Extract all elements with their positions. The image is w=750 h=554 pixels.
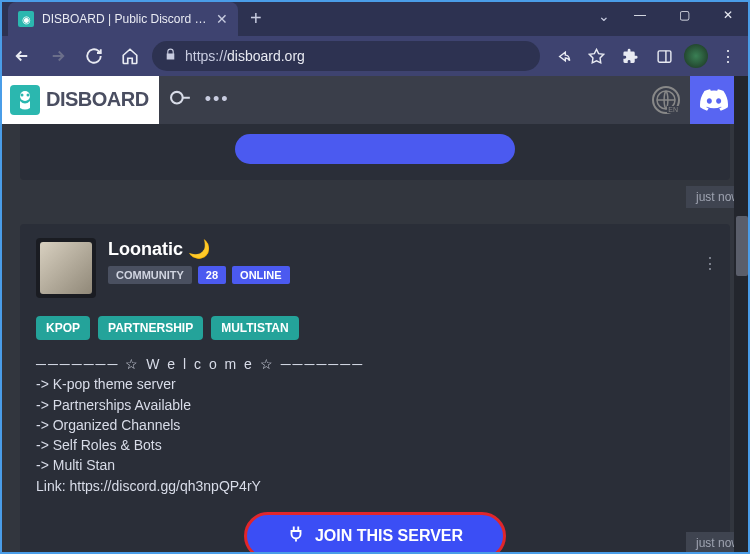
server-name[interactable]: Loonatic 🌙 [108, 238, 290, 260]
sidepanel-icon[interactable] [650, 42, 678, 70]
svg-line-6 [182, 94, 189, 101]
browser-tab[interactable]: ◉ DISBOARD | Public Discord Serve ✕ [8, 2, 238, 36]
brand[interactable]: DISBOARD [0, 76, 159, 124]
scrollbar-thumb[interactable] [736, 216, 748, 276]
tab-title: DISBOARD | Public Discord Serve [42, 12, 208, 26]
server-tags: KPOP PARTNERSHIP MULTISTAN [36, 316, 714, 340]
desc-line: Link: https://discord.gg/qh3npQP4rY [36, 476, 714, 496]
more-menu-icon[interactable]: ••• [205, 89, 230, 110]
community-badge: COMMUNITY [108, 266, 192, 284]
tabs-dropdown-icon[interactable]: ⌄ [598, 8, 610, 24]
svg-point-3 [21, 93, 24, 96]
discord-login-button[interactable] [690, 76, 738, 124]
discord-icon [700, 89, 728, 111]
tag-multistan[interactable]: MULTISTAN [211, 316, 299, 340]
search-icon[interactable] [165, 84, 197, 116]
window-controls: — ▢ ✕ [618, 0, 750, 30]
online-count-badge: 28 [198, 266, 226, 284]
tab-close-icon[interactable]: ✕ [216, 11, 228, 27]
server-avatar[interactable] [36, 238, 96, 298]
desc-welcome: ─────── ☆ W e l c o m e ☆ ─────── [36, 354, 714, 374]
minimize-button[interactable]: — [618, 0, 662, 30]
new-tab-button[interactable]: + [250, 7, 262, 30]
close-window-button[interactable]: ✕ [706, 0, 750, 30]
desc-line: -> Partnerships Available [36, 395, 714, 415]
previous-join-button[interactable] [235, 134, 515, 164]
tab-favicon: ◉ [18, 11, 34, 27]
back-button[interactable] [8, 42, 36, 70]
url-text: https://disboard.org [185, 48, 305, 64]
scrollbar-track[interactable] [734, 76, 750, 554]
url-domain: disboard.org [227, 48, 305, 64]
svg-rect-0 [658, 50, 671, 61]
menu-icon[interactable]: ⋮ [714, 42, 742, 70]
desc-line: -> Self Roles & Bots [36, 435, 714, 455]
header-toolbar: ••• EN [159, 76, 750, 124]
desc-line: -> Organized Channels [36, 415, 714, 435]
plug-icon [287, 525, 305, 547]
page-content: DISBOARD ••• EN just now [0, 76, 750, 554]
tag-partnership[interactable]: PARTNERSHIP [98, 316, 203, 340]
join-label: JOIN THIS SERVER [315, 527, 463, 545]
nav-bar: https://disboard.org ⋮ [0, 36, 750, 76]
online-badge: ONLINE [232, 266, 290, 284]
profile-avatar[interactable] [684, 44, 708, 68]
maximize-button[interactable]: ▢ [662, 0, 706, 30]
home-button[interactable] [116, 42, 144, 70]
bookmark-icon[interactable] [582, 42, 610, 70]
server-badges: COMMUNITY 28 ONLINE [108, 266, 290, 284]
url-scheme: https:// [185, 48, 227, 64]
svg-point-4 [27, 93, 30, 96]
server-description: ─────── ☆ W e l c o m e ☆ ─────── -> K-p… [36, 354, 714, 496]
join-server-button[interactable]: JOIN THIS SERVER [244, 512, 506, 554]
card-more-icon[interactable]: ⋮ [702, 254, 718, 273]
share-icon[interactable] [548, 42, 576, 70]
extensions-icon[interactable] [616, 42, 644, 70]
address-bar[interactable]: https://disboard.org [152, 41, 540, 71]
tag-kpop[interactable]: KPOP [36, 316, 90, 340]
language-icon[interactable]: EN [652, 86, 680, 114]
language-label: EN [667, 106, 679, 113]
desc-line: -> K-pop theme server [36, 374, 714, 394]
lock-icon [164, 48, 177, 64]
brand-name: DISBOARD [46, 88, 149, 111]
previous-server-card: just now [20, 124, 730, 180]
svg-point-5 [168, 89, 184, 105]
site-header: DISBOARD ••• EN [0, 76, 750, 124]
brand-icon [10, 85, 40, 115]
titlebar: ◉ DISBOARD | Public Discord Serve ✕ + ⌄ … [0, 0, 750, 36]
desc-line: -> Multi Stan [36, 455, 714, 475]
forward-button[interactable] [44, 42, 72, 70]
server-card: Loonatic 🌙 COMMUNITY 28 ONLINE ⋮ KPOP PA… [20, 224, 730, 554]
browser-chrome: ◉ DISBOARD | Public Discord Serve ✕ + ⌄ … [0, 0, 750, 76]
reload-button[interactable] [80, 42, 108, 70]
